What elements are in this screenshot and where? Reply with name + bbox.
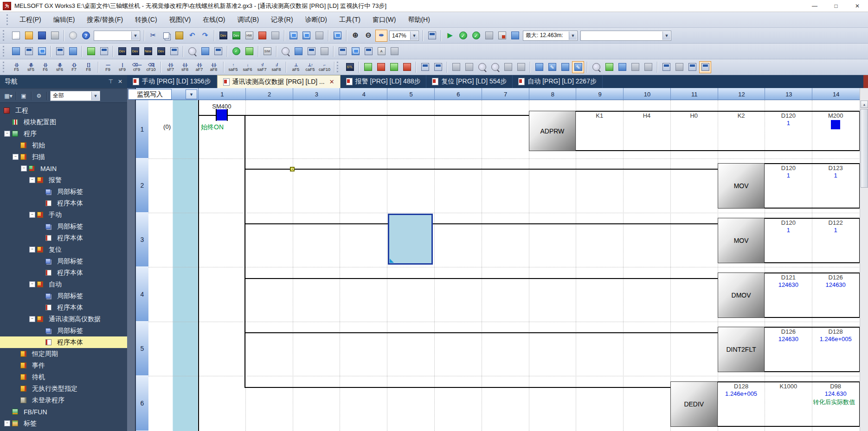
tab-1[interactable]: 手动 [PRG] [LD] 1356步 <box>127 75 217 88</box>
menu-window[interactable]: 窗口(W) <box>367 14 402 26</box>
rising-pulse-button[interactable]: -|↑|-sF7 <box>164 60 177 75</box>
falling-pulse-button[interactable]: -|↓|-sF8 <box>178 60 192 75</box>
menu-convert[interactable]: 转换(C) <box>129 14 162 26</box>
tree-filter-combobox[interactable]: 全部 ▼ <box>50 91 100 101</box>
statement-icon[interactable] <box>98 45 110 57</box>
device-list-icon[interactable] <box>67 45 79 57</box>
align1-icon[interactable] <box>629 61 641 73</box>
tree-item-局部标签[interactable]: 局部标签 <box>0 290 127 302</box>
tree-item-自动[interactable]: −自动 <box>0 279 127 290</box>
layout4-icon[interactable]: A <box>375 45 387 57</box>
open-project-icon[interactable] <box>23 30 35 42</box>
tree-item-标签[interactable]: −标签 <box>0 418 127 429</box>
insert-col-icon[interactable] <box>388 61 400 73</box>
monitor-write-icon[interactable]: ✓ <box>470 30 482 42</box>
monitor-screen2-icon[interactable] <box>300 30 312 42</box>
dev-write2-icon[interactable]: Dev <box>129 45 141 57</box>
menu-project[interactable]: 工程(P) <box>14 14 47 26</box>
copy-icon[interactable] <box>160 30 172 42</box>
collapse-icon[interactable]: − <box>29 247 35 253</box>
redo-icon[interactable]: ↷ <box>199 30 211 42</box>
tree-item-FB/FUN[interactable]: FB/FUN <box>0 406 127 418</box>
run-icon[interactable]: ▶ <box>444 30 456 42</box>
tree-item-复位[interactable]: −复位 <box>0 244 127 255</box>
intelligent-icon[interactable] <box>36 45 48 57</box>
tab-3[interactable]: 报警 [PRG] [LD] 488步 <box>341 75 427 88</box>
menu-online[interactable]: 在线(O) <box>197 14 231 26</box>
tree-item-局部标签[interactable]: 局部标签 <box>0 221 127 232</box>
delete-row-icon[interactable] <box>375 61 387 73</box>
watch-combobox[interactable]: ▼ <box>580 31 671 41</box>
instruction-block-MOV[interactable]: MOV <box>718 163 765 209</box>
align2-icon[interactable] <box>642 61 654 73</box>
tree-item-程序本体[interactable]: 程序本体 <box>0 336 127 348</box>
tree-display-options-button[interactable]: ▦▾ <box>3 90 14 101</box>
tree-item-程序本体[interactable]: 程序本体 <box>0 197 127 209</box>
collapse-icon[interactable]: − <box>29 177 35 183</box>
tree-item-扫描[interactable]: −扫描 <box>0 151 127 163</box>
convert-icon[interactable] <box>243 45 255 57</box>
list-icon[interactable] <box>603 61 615 73</box>
tree-item-MAIN[interactable]: −MAIN <box>0 163 127 174</box>
tree-item-恒定周期[interactable]: 恒定周期 <box>0 348 127 360</box>
pulse-open-button[interactable]: ↑saF5 <box>226 60 240 75</box>
menu-debug[interactable]: 调试(B) <box>231 14 264 26</box>
tree-item-程序本体[interactable]: 程序本体 <box>0 267 127 279</box>
pc-diag-icon[interactable] <box>509 30 521 42</box>
vertical-scrollbar[interactable]: ▲ <box>860 88 868 431</box>
scroll-up-icon[interactable]: ▲ <box>861 101 868 108</box>
quick-find-combobox[interactable]: ▼ <box>94 31 140 41</box>
tab-4[interactable]: 复位 [PRG] [LD] 554步 <box>426 75 513 88</box>
layout5-icon[interactable] <box>388 45 400 57</box>
transfer-gray-icon[interactable] <box>269 30 281 42</box>
pulse-close-button[interactable]: ↓saF6 <box>241 60 254 75</box>
menu-find-replace[interactable]: 搜索/替换(F) <box>81 14 129 26</box>
note-edit-icon[interactable] <box>476 61 488 73</box>
pulse-nc-open-button[interactable]: ↑/saF7 <box>255 60 269 75</box>
zoom-combobox[interactable]: 147%▼ <box>389 31 419 41</box>
undo-icon[interactable]: ↶ <box>186 30 198 42</box>
param-icon[interactable] <box>10 45 22 57</box>
open-branch-button[interactable]: -| |-F6 <box>39 60 52 75</box>
menu-view[interactable]: 视图(V) <box>164 14 197 26</box>
delete-col-icon[interactable] <box>401 61 413 73</box>
history-icon[interactable] <box>67 30 79 42</box>
fit-width-icon[interactable]: ⇹ <box>375 30 387 42</box>
tree-item-初始[interactable]: 初始 <box>0 139 127 151</box>
pc-verify-icon[interactable] <box>496 30 508 42</box>
zoom-in-icon[interactable]: ⊕ <box>349 30 361 42</box>
tree-item-局部标签[interactable]: 局部标签 <box>0 186 127 197</box>
instruction-block-MOV[interactable]: MOV <box>718 218 765 263</box>
nav-settings-gear-icon[interactable]: ⚙ <box>33 90 45 101</box>
instruction-block-DINT2FLT[interactable]: DINT2FLT <box>718 327 765 372</box>
new-file-icon[interactable] <box>10 30 22 42</box>
module-icon[interactable] <box>23 45 35 57</box>
sim-icon[interactable]: SIM <box>261 45 273 57</box>
tree-item-工程[interactable]: 工程 <box>0 105 127 116</box>
layout1-icon[interactable] <box>336 45 348 57</box>
monitor-screen-icon[interactable] <box>287 30 299 42</box>
track1-icon[interactable] <box>502 61 514 73</box>
application-instruction-button[interactable]: [ ]F8 <box>82 60 95 75</box>
stl-icon[interactable]: STL <box>344 61 356 73</box>
chevron-down-icon[interactable]: ▼ <box>131 32 139 40</box>
invert-result-button[interactable]: ⊥aF5 <box>289 60 302 75</box>
wrap4-icon[interactable]: ✎ <box>572 61 584 73</box>
closed-contact-button[interactable]: -|/|-sF5 <box>24 60 38 75</box>
tree-item-通讯读测高仪数据[interactable]: −通讯读测高仪数据 <box>0 313 127 325</box>
tree-item-局部标签[interactable]: 局部标签 <box>0 325 127 336</box>
tree-item-程序本体[interactable]: 程序本体 <box>0 302 127 313</box>
dev-write4-icon[interactable]: Dev <box>155 45 167 57</box>
tree-item-事件[interactable]: 事件 <box>0 360 127 371</box>
chevron-down-icon[interactable]: ▼ <box>91 92 99 100</box>
opt2-icon[interactable] <box>673 61 685 73</box>
chevron-down-icon[interactable]: ▼ <box>410 32 418 40</box>
coil-button[interactable]: -( )-F7 <box>67 60 81 75</box>
device-find-icon[interactable] <box>489 61 501 73</box>
chevron-down-icon[interactable]: ▼ <box>662 32 670 40</box>
dev-grid-icon[interactable] <box>168 45 180 57</box>
insert-row-icon[interactable] <box>362 61 374 73</box>
write-to-plc-icon[interactable]: Dev <box>217 30 229 42</box>
monitor-find-icon[interactable] <box>590 61 602 73</box>
tree-item-模块配置图[interactable]: 模块配置图 <box>0 116 127 128</box>
